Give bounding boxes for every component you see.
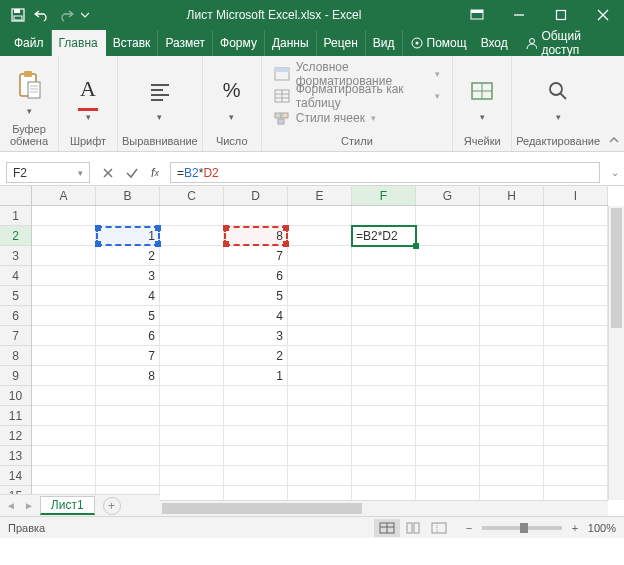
select-all-corner[interactable] [0, 186, 32, 206]
cell[interactable] [224, 406, 288, 426]
cell[interactable] [352, 366, 416, 386]
cell[interactable] [160, 366, 224, 386]
cell[interactable] [288, 206, 352, 226]
add-sheet-button[interactable]: + [103, 497, 121, 515]
cell[interactable] [224, 206, 288, 226]
cell[interactable] [416, 266, 480, 286]
cell[interactable] [224, 426, 288, 446]
cell[interactable]: 2 [224, 346, 288, 366]
tab-insert[interactable]: Вставк [106, 30, 159, 56]
conditional-formatting-button[interactable]: Условное форматирование ▾ [274, 64, 440, 84]
format-as-table-button[interactable]: Форматировать как таблицу ▾ [274, 86, 440, 106]
cell[interactable] [416, 286, 480, 306]
view-page-layout-button[interactable] [400, 519, 426, 537]
view-page-break-button[interactable] [426, 519, 452, 537]
cell[interactable] [544, 466, 608, 486]
cell[interactable] [160, 346, 224, 366]
tab-file[interactable]: Файл [0, 30, 52, 56]
minimize-button[interactable] [498, 0, 540, 30]
cell[interactable] [480, 326, 544, 346]
cell[interactable] [288, 486, 352, 500]
row-header-11[interactable]: 11 [0, 406, 31, 426]
maximize-button[interactable] [540, 0, 582, 30]
redo-button[interactable] [54, 3, 78, 27]
cell[interactable] [480, 446, 544, 466]
tab-home[interactable]: Главна [52, 30, 106, 56]
col-header-B[interactable]: B [96, 186, 160, 205]
row-header-7[interactable]: 7 [0, 326, 31, 346]
enter-formula-button[interactable] [120, 162, 144, 184]
share-button[interactable]: Общий доступ [515, 30, 624, 56]
cell[interactable] [544, 326, 608, 346]
cell[interactable] [416, 366, 480, 386]
cell[interactable] [416, 466, 480, 486]
cells-button[interactable]: ▾ [459, 69, 505, 124]
sheet-nav-prev[interactable]: ◄ [4, 500, 18, 511]
cell[interactable]: 1 [224, 366, 288, 386]
cell[interactable] [480, 206, 544, 226]
cell[interactable] [480, 346, 544, 366]
row-header-2[interactable]: 2 [0, 226, 31, 246]
cell[interactable] [544, 246, 608, 266]
cell[interactable] [416, 406, 480, 426]
cell[interactable] [480, 466, 544, 486]
row-header-14[interactable]: 14 [0, 466, 31, 486]
cell[interactable] [352, 346, 416, 366]
cell[interactable] [288, 286, 352, 306]
cell[interactable] [480, 266, 544, 286]
cell[interactable] [352, 446, 416, 466]
cell[interactable] [32, 466, 96, 486]
view-normal-button[interactable] [374, 519, 400, 537]
cell[interactable] [32, 326, 96, 346]
cell[interactable] [544, 446, 608, 466]
cell[interactable] [480, 306, 544, 326]
cell[interactable] [288, 326, 352, 346]
cell[interactable] [32, 306, 96, 326]
cell[interactable] [32, 366, 96, 386]
cell[interactable] [96, 206, 160, 226]
cell[interactable] [288, 466, 352, 486]
row-header-3[interactable]: 3 [0, 246, 31, 266]
save-button[interactable] [6, 3, 30, 27]
cell[interactable] [352, 266, 416, 286]
cell[interactable] [160, 446, 224, 466]
qat-customize-button[interactable] [78, 3, 92, 27]
cell[interactable] [32, 406, 96, 426]
cell[interactable] [480, 406, 544, 426]
ribbon-display-button[interactable] [456, 0, 498, 30]
cell[interactable] [32, 286, 96, 306]
col-header-D[interactable]: D [224, 186, 288, 205]
cell[interactable] [224, 466, 288, 486]
cell[interactable]: 2 [96, 246, 160, 266]
cell[interactable]: 7 [96, 346, 160, 366]
cell[interactable] [160, 326, 224, 346]
col-header-G[interactable]: G [416, 186, 480, 205]
cell[interactable] [32, 386, 96, 406]
editing-button[interactable]: ▾ [535, 69, 581, 124]
cell[interactable]: 5 [224, 286, 288, 306]
cell[interactable] [288, 366, 352, 386]
tab-formulas[interactable]: Форму [213, 30, 265, 56]
cell[interactable] [288, 426, 352, 446]
cell[interactable] [96, 466, 160, 486]
col-header-C[interactable]: C [160, 186, 224, 205]
cell[interactable] [544, 226, 608, 246]
cell[interactable] [288, 406, 352, 426]
col-header-F[interactable]: F [352, 186, 416, 205]
col-header-H[interactable]: H [480, 186, 544, 205]
alignment-button[interactable]: ▾ [137, 69, 183, 124]
horizontal-scrollbar[interactable] [160, 500, 608, 516]
row-header-4[interactable]: 4 [0, 266, 31, 286]
cell[interactable] [160, 266, 224, 286]
zoom-in-button[interactable]: + [568, 522, 582, 534]
tab-layout[interactable]: Размет [158, 30, 213, 56]
cell[interactable] [544, 266, 608, 286]
insert-function-button[interactable]: fx [144, 166, 166, 180]
cell[interactable] [32, 446, 96, 466]
row-header-8[interactable]: 8 [0, 346, 31, 366]
cell[interactable] [288, 446, 352, 466]
cell[interactable] [416, 326, 480, 346]
cell[interactable]: 4 [96, 286, 160, 306]
tab-help[interactable]: Помощ [403, 30, 474, 56]
sheet-nav-next[interactable]: ► [22, 500, 36, 511]
